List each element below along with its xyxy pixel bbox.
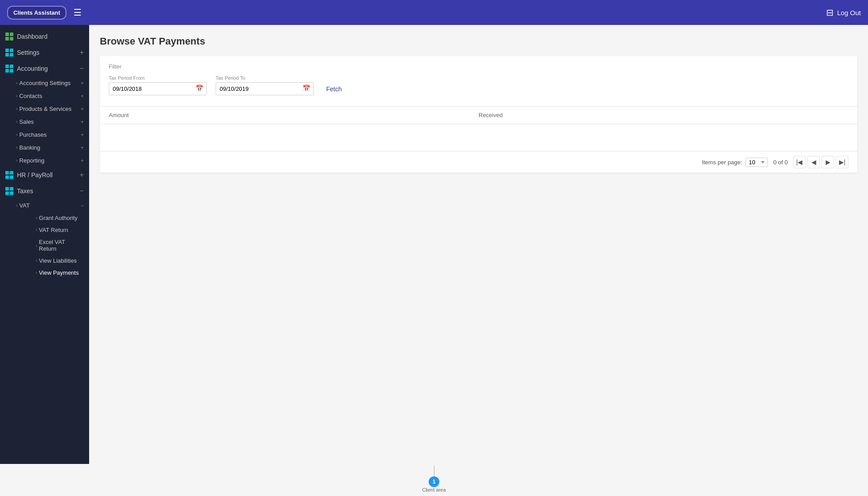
chevron-right-icon: ›: [16, 119, 17, 124]
taxes-icon: [5, 187, 13, 195]
sidebar-label-grant-authority: Grant Authority: [39, 215, 84, 221]
sidebar-item-accounting[interactable]: Accounting −: [0, 61, 89, 77]
accounting-collapse-icon: −: [80, 65, 84, 73]
sidebar: Dashboard Settings + Accounting − › Acco…: [0, 25, 89, 464]
items-per-page-label: Items per page:: [702, 159, 742, 166]
sales-expand-icon: +: [81, 119, 84, 125]
sidebar-item-vat-return[interactable]: › VAT Return: [32, 224, 89, 236]
chevron-right-icon: ›: [16, 132, 17, 137]
tax-period-to-input[interactable]: [216, 82, 314, 95]
next-page-button[interactable]: ▶: [822, 156, 834, 168]
sidebar-item-view-payments[interactable]: › View Payments: [32, 267, 89, 279]
main-layout: Dashboard Settings + Accounting − › Acco…: [0, 25, 868, 464]
sidebar-label-contacts: Contacts: [19, 93, 79, 99]
scroll-line: [434, 466, 434, 476]
sidebar-item-view-liabilities[interactable]: › View Liabilities: [32, 255, 89, 267]
sidebar-item-vat[interactable]: › VAT −: [12, 199, 89, 212]
sidebar-item-dashboard[interactable]: Dashboard: [0, 28, 89, 45]
sidebar-item-excel-vat-return[interactable]: › Excel VAT Return: [32, 236, 89, 255]
taxes-collapse-icon: −: [80, 187, 84, 195]
items-per-page-control: Items per page: 10 25 50 100: [702, 158, 768, 167]
col-header-received: Received: [479, 112, 848, 118]
sidebar-label-view-payments: View Payments: [39, 269, 84, 276]
sidebar-label-accounting: Accounting: [17, 65, 80, 72]
sidebar-label-dashboard: Dashboard: [17, 33, 84, 40]
chevron-right-icon: ›: [16, 145, 17, 150]
tax-period-from-label: Tax Period From: [109, 75, 207, 81]
table-body: [100, 124, 857, 151]
sidebar-label-vat-return: VAT Return: [39, 227, 84, 233]
scroll-label: Client area: [422, 487, 446, 492]
fetch-button[interactable]: Fetch: [323, 84, 345, 94]
logout-button[interactable]: ⊟ Log Out: [826, 7, 861, 18]
sidebar-label-sales: Sales: [19, 118, 79, 125]
sidebar-item-hr-payroll[interactable]: HR / PayRoll +: [0, 167, 89, 183]
chevron-right-icon: ›: [16, 106, 17, 111]
hr-icon: [5, 171, 13, 179]
tax-period-from-field: Tax Period From 📅: [109, 75, 207, 95]
sidebar-label-hr-payroll: HR / PayRoll: [17, 171, 80, 179]
sidebar-item-grant-authority[interactable]: › Grant Authority: [32, 212, 89, 224]
chevron-right-icon: ›: [36, 228, 37, 232]
table-footer: Items per page: 10 25 50 100 0 of 0 |◀ ◀…: [100, 151, 857, 173]
prev-page-button[interactable]: ◀: [807, 156, 820, 168]
accounting-submenu: › Accounting Settings + › Contacts + › P…: [0, 77, 89, 167]
sidebar-label-banking: Banking: [19, 144, 79, 151]
topnav-left: Clients Assistant ☰: [7, 6, 82, 20]
taxes-submenu: › VAT − › Grant Authority › VAT Return ›…: [0, 199, 89, 279]
tax-period-to-label: Tax Period To: [216, 75, 314, 81]
sidebar-label-taxes: Taxes: [17, 187, 80, 195]
sidebar-label-vat: VAT: [19, 202, 79, 209]
menu-button[interactable]: ☰: [74, 7, 82, 18]
scroll-badge: 1: [429, 476, 439, 487]
tax-period-to-field: Tax Period To 📅: [216, 75, 314, 95]
sidebar-item-contacts[interactable]: › Contacts +: [12, 89, 89, 102]
sidebar-item-taxes[interactable]: Taxes −: [0, 183, 89, 199]
last-page-button[interactable]: ▶|: [836, 156, 848, 168]
page-title: Browse VAT Payments: [100, 36, 857, 47]
chevron-right-icon: ›: [36, 258, 37, 263]
sidebar-item-sales[interactable]: › Sales +: [12, 115, 89, 128]
filter-label: Filter: [109, 63, 848, 70]
logout-icon: ⊟: [826, 7, 834, 18]
col-header-amount: Amount: [109, 112, 479, 118]
sidebar-item-purchases[interactable]: › Purchases +: [12, 128, 89, 141]
logout-label: Log Out: [837, 9, 861, 16]
scroll-indicator-container: 1 Client area: [0, 464, 868, 496]
settings-expand-icon: +: [80, 49, 84, 57]
contacts-expand-icon: +: [81, 93, 84, 99]
chevron-right-icon: ›: [36, 270, 37, 275]
reporting-expand-icon: +: [81, 158, 84, 164]
sidebar-label-view-liabilities: View Liabilities: [39, 257, 84, 264]
banking-expand-icon: +: [81, 145, 84, 151]
items-per-page-select[interactable]: 10 25 50 100: [745, 158, 768, 167]
sidebar-item-accounting-settings[interactable]: › Accounting Settings +: [12, 77, 89, 89]
accounting-icon: [5, 65, 13, 73]
app-logo: Clients Assistant: [7, 6, 66, 20]
sidebar-label-products-services: Products & Services: [19, 106, 79, 112]
top-navbar: Clients Assistant ☰ ⊟ Log Out: [0, 0, 868, 25]
pagination-buttons: |◀ ◀ ▶ ▶|: [793, 156, 848, 168]
main-content: Browse VAT Payments Filter Tax Period Fr…: [89, 25, 868, 464]
sidebar-item-banking[interactable]: › Banking +: [12, 141, 89, 154]
settings-icon: [5, 49, 13, 57]
tax-period-from-input[interactable]: [109, 82, 207, 95]
sidebar-item-settings[interactable]: Settings +: [0, 45, 89, 61]
chevron-right-icon: ›: [16, 94, 17, 98]
filter-section: Filter Tax Period From 📅 Tax Period To 📅…: [100, 56, 857, 106]
products-expand-icon: +: [81, 106, 84, 112]
first-page-button[interactable]: |◀: [793, 156, 806, 168]
hr-expand-icon: +: [80, 171, 84, 179]
sidebar-label-accounting-settings: Accounting Settings: [19, 80, 79, 86]
pagination-count: 0 of 0: [773, 159, 788, 166]
sidebar-label-excel-vat-return: Excel VAT Return: [39, 239, 84, 252]
vat-submenu: › Grant Authority › VAT Return › Excel V…: [12, 212, 89, 279]
table-header: Amount Received: [100, 106, 857, 124]
sidebar-label-purchases: Purchases: [19, 131, 79, 138]
dashboard-icon: [5, 33, 13, 41]
chevron-right-icon: ›: [36, 215, 37, 220]
filter-row: Tax Period From 📅 Tax Period To 📅 Fetch: [109, 75, 848, 102]
sidebar-item-products-services[interactable]: › Products & Services +: [12, 102, 89, 115]
chevron-right-icon: ›: [16, 203, 17, 208]
sidebar-item-reporting[interactable]: › Reporting +: [12, 154, 89, 167]
